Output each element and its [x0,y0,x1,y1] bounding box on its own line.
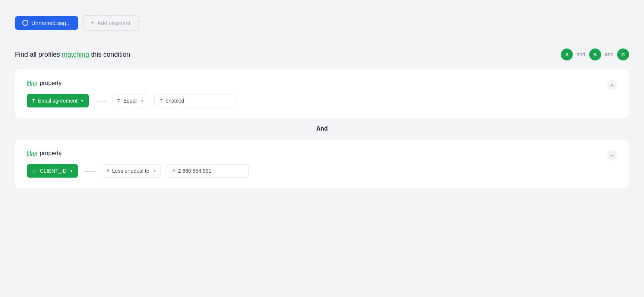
has-label-a: Has [27,80,37,87]
property-btn-email-label: Email agreement [38,98,78,104]
legend-badge-b: B [589,49,601,60]
block-b-badge: B [607,150,617,160]
legend-and-1: and [577,51,585,57]
tab-bar: Unnamed seg... + Add segment [15,15,629,31]
chevron-down-icon-b: ▾ [70,169,73,173]
has-label-b: Has [27,150,37,157]
condition-suffix: this condition [91,51,130,58]
condition-block-a: A Has property T Email agreement ▾ —— T … [15,69,629,118]
and-separator: And [15,118,629,140]
circle-icon [22,20,28,26]
has-property-a: Has property [27,80,617,87]
operator-label-b: Less or equal to [112,168,149,174]
legend-badge-c: C [617,49,629,60]
value-wrap-b: # [167,164,249,178]
operator-select-b[interactable]: # Less or equal to ▾ [102,164,161,178]
value-wrap-a: T [154,94,236,107]
type-icon-b: # [107,168,109,174]
star-icon: ☆ [32,168,37,174]
property-label-b: property [40,150,61,157]
condition-title: Find all profiles matching this conditio… [15,51,130,59]
operator-label-a: Equal [123,98,137,104]
block-a-badge: A [607,80,617,90]
operator-select-a[interactable]: T Equal ▾ [113,94,148,107]
property-btn-email-agreement[interactable]: T Email agreement ▾ [27,94,89,107]
tab-add-segment[interactable]: + Add segment [83,15,139,31]
operator-chevron-b: ▾ [154,169,156,173]
property-btn-client-id-label: CLIENT_ID [40,168,67,174]
value-type-icon-b: # [172,168,175,174]
property-btn-client-id[interactable]: ☆ CLIENT_ID ▾ [27,164,78,178]
dash-separator-b: —— [84,167,96,175]
has-property-b: Has property [27,150,617,157]
legend: A and B and C [561,49,629,60]
legend-badge-a: A [561,49,573,60]
condition-matching: matching [62,51,89,58]
condition-header: Find all profiles matching this conditio… [15,49,629,60]
value-input-a[interactable] [166,98,225,104]
operator-chevron-a: ▾ [141,99,143,103]
type-icon-a: T [117,98,120,104]
tab-active-label: Unnamed seg... [31,20,71,26]
tab-unnamed-segment[interactable]: Unnamed seg... [15,16,78,30]
property-label-a: property [40,80,61,87]
value-input-b[interactable] [178,168,238,174]
tab-add-label: Add segment [97,20,130,26]
plus-icon: + [91,19,94,26]
condition-block-b: B Has property ☆ CLIENT_ID ▾ —— # Less o… [15,140,629,188]
dash-separator-a: —— [95,97,107,105]
condition-row-a: T Email agreement ▾ —— T Equal ▾ T [27,94,617,107]
value-type-icon-a: T [160,98,163,104]
condition-row-b: ☆ CLIENT_ID ▾ —— # Less or equal to ▾ # [27,164,617,178]
text-type-icon: T [32,98,35,104]
legend-and-2: and [605,51,613,57]
chevron-down-icon: ▾ [81,99,83,103]
condition-prefix: Find all profiles [15,51,60,58]
